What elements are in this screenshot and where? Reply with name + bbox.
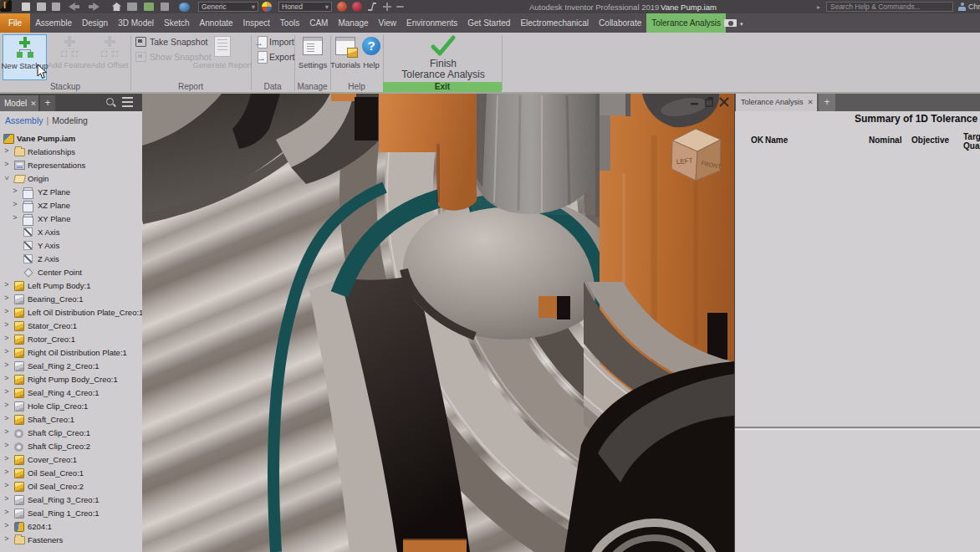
tolerance-analysis-tab[interactable]: Tolerance Analysis✕ [736, 94, 817, 111]
home-icon[interactable] [112, 3, 121, 11]
fx-icon[interactable] [368, 3, 376, 11]
ribbon-tab-annotate[interactable]: Annotate [195, 13, 238, 33]
restore-icon[interactable] [707, 97, 713, 99]
tree-item-left-oil-distribution-plate-creo-1[interactable]: >Left Oil Distribution Plate_Creo:1 [0, 306, 142, 319]
tree-item-shaft-creo-1[interactable]: >Shaft_Creo:1 [0, 413, 142, 427]
ribbon-tab-assemble[interactable]: Assemble [30, 13, 77, 33]
globe-icon[interactable] [179, 3, 190, 12]
add-offset-button[interactable]: Add Offset [89, 34, 130, 80]
ribbon-tab-file[interactable]: File [0, 13, 30, 33]
column-objective[interactable]: Objective [911, 135, 949, 145]
tree-expand-arrow[interactable]: > [3, 347, 10, 355]
generate-report-button[interactable]: Generate Report [194, 34, 251, 80]
ribbon-tab-3d-model[interactable]: 3D Model [113, 13, 159, 33]
screencast-camera-icon[interactable]: ▾ [724, 17, 746, 29]
tree-item-right-pump-body-creo-1[interactable]: >Right Pump Body_Creo:1 [0, 373, 142, 386]
tree-item-x-axis[interactable]: X Axis [0, 226, 142, 239]
color-sphere2-icon[interactable] [352, 2, 362, 12]
tree-expand-arrow[interactable]: > [3, 160, 10, 168]
finish-tolerance-analysis-button[interactable]: Finish Tolerance Analysis [386, 34, 500, 80]
tree-item-left-pump-body-1[interactable]: >Left Pump Body:1 [0, 279, 142, 293]
user-name[interactable]: Chris [968, 3, 980, 11]
expand-arrow[interactable]: ▸ [817, 3, 820, 11]
column-target-line2[interactable]: Quali [963, 141, 980, 151]
tree-item-stator-creo-1[interactable]: >Stator_Creo:1 [0, 319, 142, 333]
appearance-dropdown[interactable]: Honed▾ [278, 2, 332, 12]
tree-expand-arrow[interactable]: > [3, 175, 11, 181]
settings-button[interactable]: Settings [297, 34, 329, 80]
tree-expand-arrow[interactable]: > [3, 280, 10, 289]
tree-item-seal-ring-3-creo-1[interactable]: >Seal_Ring 3_Creo:1 [0, 493, 142, 507]
tree-item-yz-plane[interactable]: >YZ Plane [0, 186, 142, 199]
ribbon-tab-environments[interactable]: Environments [401, 13, 462, 33]
measure-icon[interactable] [161, 3, 169, 11]
tree-expand-arrow[interactable]: > [3, 374, 10, 382]
inventor-logo-icon[interactable] [0, 0, 12, 12]
column-ok[interactable]: OK [751, 135, 763, 145]
tree-expand-arrow[interactable]: > [3, 414, 10, 422]
tree-item-origin[interactable]: >Origin [0, 172, 142, 186]
ribbon-tab-get-started[interactable]: Get Started [462, 13, 515, 33]
tree-item-right-oil-distribution-plate-1[interactable]: >Right Oil Distribution Plate:1 [0, 346, 142, 360]
tree-item-shaft-clip-creo-2[interactable]: >Shaft Clip_Creo:2 [0, 440, 142, 453]
tutorials-button[interactable]: Tutorials [329, 34, 362, 80]
ribbon-tab-electromechanical[interactable]: Electromechanical [515, 13, 594, 33]
viewcube-left-label[interactable]: LEFT [676, 157, 693, 166]
tree-expand-arrow[interactable]: > [3, 387, 10, 396]
add-feature-button[interactable]: Add Feature [48, 34, 90, 80]
ribbon-tab-design[interactable]: Design [77, 13, 113, 33]
tree-item-representations[interactable]: >Representations [0, 159, 142, 172]
ribbon-tab-collaborate[interactable]: Collaborate [594, 13, 646, 33]
ribbon-tab-sketch[interactable]: Sketch [159, 13, 195, 33]
tree-item-rotor-creo-1[interactable]: >Rotor_Creo:1 [0, 333, 142, 346]
browser-search-icon[interactable] [106, 98, 115, 107]
tree-expand-arrow[interactable]: > [12, 213, 18, 222]
tree-expand-arrow[interactable]: > [12, 200, 18, 208]
minimize-icon[interactable] [691, 103, 698, 105]
browser-mode-switch[interactable]: Assembly|Modeling [5, 115, 88, 125]
column-target-line1[interactable]: Targe [963, 132, 980, 141]
tree-expand-arrow[interactable]: > [3, 468, 10, 476]
model-tab[interactable]: Model✕ [0, 95, 38, 111]
material-icon[interactable] [144, 3, 154, 11]
ribbon-tab-view[interactable]: View [374, 13, 402, 33]
tree-item-6204-1[interactable]: >6204:1 [0, 520, 142, 534]
tree-item-xy-plane[interactable]: >XY Plane [0, 212, 142, 226]
tree-item-center-point[interactable]: Center Point [0, 266, 142, 279]
tree-item-shaft-clip-creo-1[interactable]: >Shaft Clip_Creo:1 [0, 427, 142, 440]
minus-icon[interactable] [396, 6, 404, 8]
tree-expand-arrow[interactable]: > [3, 481, 10, 489]
appearance-sphere-icon[interactable] [262, 2, 272, 12]
tolerance-add-tab-button[interactable]: + [819, 94, 835, 111]
tree-expand-arrow[interactable]: > [3, 427, 10, 436]
plus-icon[interactable] [383, 3, 391, 11]
undo-icon[interactable] [69, 3, 79, 11]
ribbon-tab-tolerance-analysis[interactable]: Tolerance Analysis [646, 13, 726, 33]
user-avatar-icon[interactable] [958, 3, 966, 11]
ribbon-tab-inspect[interactable]: Inspect [238, 13, 275, 33]
render-icon[interactable] [127, 3, 137, 11]
import-button[interactable]: Import [255, 35, 294, 49]
ribbon-tab-manage[interactable]: Manage [333, 13, 373, 33]
ribbon-tab-tools[interactable]: Tools [275, 13, 304, 33]
tree-expand-arrow[interactable]: > [3, 360, 10, 369]
tree-item-xz-plane[interactable]: >XZ Plane [0, 199, 142, 212]
panel-splitter[interactable] [735, 425, 980, 432]
tree-expand-arrow[interactable]: > [3, 441, 10, 449]
tree-expand-arrow[interactable]: > [3, 146, 10, 155]
tree-expand-arrow[interactable]: > [3, 508, 10, 516]
tree-item-bearing-creo-1[interactable]: >Bearing_Creo:1 [0, 293, 142, 306]
tree-expand-arrow[interactable]: > [3, 534, 10, 543]
tree-item-oil-seal-creo-2[interactable]: >Oil Seal_Creo:2 [0, 480, 142, 493]
tree-expand-arrow[interactable]: > [12, 187, 18, 195]
redo-icon[interactable] [89, 3, 100, 11]
help-button[interactable]: ? Help [360, 34, 382, 80]
browser-menu-icon[interactable] [122, 97, 133, 107]
new-file-icon[interactable] [22, 3, 30, 11]
tree-item-relationships[interactable]: >Relationships [0, 146, 142, 159]
tree-item-seal-ring-1-creo-1[interactable]: >Seal_Ring 1_Creo:1 [0, 507, 142, 520]
tree-expand-arrow[interactable]: > [3, 521, 10, 529]
save-icon[interactable] [52, 3, 60, 11]
viewport-3d[interactable]: LEFT FRONT [142, 94, 734, 552]
column-nominal[interactable]: Nominal [869, 135, 901, 145]
